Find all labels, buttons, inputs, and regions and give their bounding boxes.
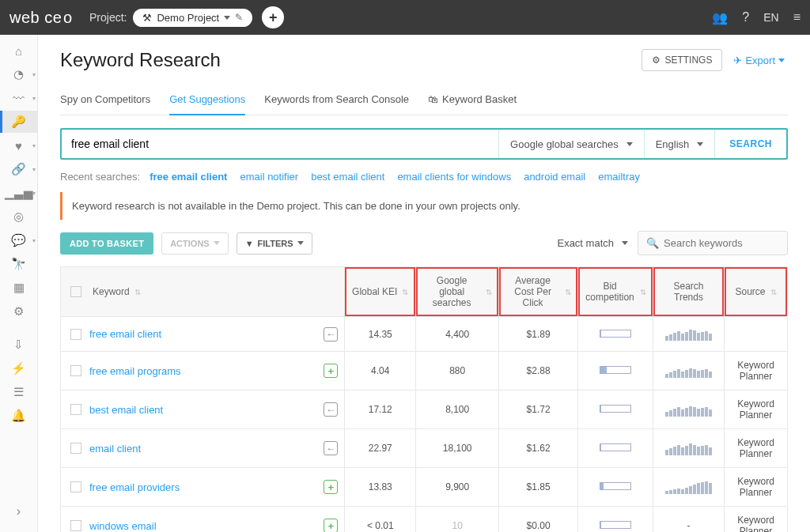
row-checkbox[interactable] [70, 443, 81, 454]
sidebar-local[interactable]: ◎ [0, 206, 37, 228]
row-action-icon[interactable]: + [324, 519, 338, 532]
cell-source [725, 317, 788, 352]
edit-icon[interactable]: ✎ [235, 12, 243, 23]
row-action-icon[interactable]: + [324, 364, 338, 378]
col-searches[interactable]: Google global searches⇅ [416, 267, 499, 317]
cell-cpc: $0.00 [499, 507, 578, 533]
tab-spy[interactable]: Spy on Competitors [60, 93, 150, 115]
col-trends[interactable]: Search Trends [653, 267, 725, 317]
col-source[interactable]: Source⇅ [725, 267, 788, 317]
keyword-filter-input[interactable] [664, 237, 797, 249]
export-button[interactable]: ✈Export [730, 49, 788, 71]
cell-bid [578, 352, 653, 391]
col-bid[interactable]: Bid competition⇅ [578, 267, 653, 317]
table-row: free email client←14.354,400$1.89 [61, 317, 788, 352]
keyword-link[interactable]: free email providers [89, 481, 180, 493]
menu-icon[interactable]: ≡ [793, 10, 801, 25]
col-cpc[interactable]: Average Cost Per Click⇅ [499, 267, 578, 317]
recent-search-link[interactable]: free email client [150, 171, 227, 183]
cell-searches: 18,100 [416, 429, 499, 468]
filters-button[interactable]: ▼FILTERS [237, 232, 312, 255]
keyword-link[interactable]: windows email [89, 520, 157, 532]
row-action-icon[interactable]: + [324, 480, 338, 494]
tabs: Spy on Competitors Get Suggestions Keywo… [60, 93, 788, 115]
sidebar-keywords[interactable]: 🔑 [0, 111, 37, 133]
add-to-basket-button[interactable]: ADD TO BASKET [60, 232, 153, 255]
sparkline [665, 362, 712, 378]
cell-cpc: $1.72 [499, 391, 578, 429]
actions-button[interactable]: ACTIONS [161, 232, 229, 255]
sidebar-bolt[interactable]: ⚡ [0, 357, 37, 379]
sidebar-settings[interactable]: ⚙ [0, 300, 37, 323]
share-icon: ⚒ [142, 12, 152, 24]
cell-searches: 8,100 [416, 391, 499, 429]
gear-icon: ⚙ [652, 55, 660, 66]
cell-kei: 13.83 [345, 468, 416, 507]
cell-trends [653, 468, 725, 507]
chevron-down-icon [697, 142, 703, 146]
project-selector[interactable]: ⚒ Demo Project ✎ [133, 9, 252, 27]
col-kei[interactable]: Global KEI⇅ [345, 267, 416, 317]
row-action-icon[interactable]: ← [324, 402, 338, 417]
cell-searches: 10 [416, 507, 499, 533]
row-checkbox[interactable] [70, 520, 81, 531]
search-bar: Google global searches English SEARCH [60, 128, 788, 160]
sidebar-rankings[interactable]: 〰▾ [0, 87, 37, 109]
recent-search-link[interactable]: email notifier [240, 171, 298, 183]
tab-suggestions[interactable]: Get Suggestions [169, 93, 245, 115]
sidebar-analytics[interactable]: ▁▃▅▾ [0, 182, 37, 204]
cell-bid [578, 468, 653, 507]
topbar: web ceo Project: ⚒ Demo Project ✎ + 👥 ? … [0, 0, 810, 35]
search-lang-select[interactable]: English [645, 130, 715, 158]
cell-cpc: $1.62 [499, 429, 578, 468]
settings-button[interactable]: ⚙SETTINGS [642, 49, 722, 71]
recent-search-link[interactable]: android email [524, 171, 585, 183]
keyword-input[interactable] [62, 130, 498, 158]
sidebar-export[interactable]: ⇩ [0, 334, 37, 356]
cell-bid [578, 429, 653, 468]
row-action-icon[interactable]: ← [324, 327, 338, 341]
sidebar-social[interactable]: 💬▾ [0, 229, 37, 251]
add-project-button[interactable]: + [262, 6, 284, 28]
sidebar-calendar[interactable]: ▦ [0, 277, 37, 299]
keyword-link[interactable]: free email client [89, 328, 161, 340]
row-checkbox[interactable] [70, 365, 81, 376]
table-row: best email client←17.128,100$1.72Keyword… [61, 391, 788, 429]
search-scope-select[interactable]: Google global searches [499, 130, 644, 158]
sidebar-competitors[interactable]: 🔭 [0, 253, 37, 275]
sparkline [665, 325, 712, 341]
sort-icon: ⇅ [565, 288, 571, 296]
sidebar-alerts[interactable]: 🔔 [0, 405, 37, 427]
tab-basket[interactable]: 🛍Keyword Basket [428, 93, 517, 115]
keyword-link[interactable]: free email programs [89, 365, 181, 377]
row-checkbox[interactable] [70, 481, 81, 492]
sidebar-expand[interactable]: › [0, 500, 37, 523]
tab-console[interactable]: Keywords from Search Console [264, 93, 409, 115]
keyword-link[interactable]: best email client [89, 404, 163, 416]
recent-search-link[interactable]: email clients for windows [397, 171, 511, 183]
sort-icon: ⇅ [770, 288, 777, 296]
sidebar-health[interactable]: ♥▾ [0, 134, 37, 157]
filter-icon: ▼ [245, 239, 254, 248]
chevron-down-icon [622, 241, 628, 245]
row-action-icon[interactable]: ← [324, 441, 338, 455]
keyword-link[interactable]: email client [89, 443, 141, 455]
users-icon[interactable]: 👥 [712, 10, 728, 25]
search-button[interactable]: SEARCH [715, 130, 786, 158]
main-content: Keyword Research ⚙SETTINGS ✈Export Spy o… [38, 35, 810, 532]
match-type-select[interactable]: Exact match [557, 237, 628, 249]
help-icon[interactable]: ? [742, 10, 749, 25]
sidebar-links[interactable]: 🔗▾ [0, 158, 37, 180]
sidebar-dashboard[interactable]: ◔▾ [0, 63, 37, 85]
row-checkbox[interactable] [70, 404, 81, 415]
col-keyword[interactable]: Keyword⇅ [61, 267, 345, 317]
language-selector[interactable]: EN [763, 11, 778, 24]
warning-banner: Keyword research is not available in the… [60, 192, 788, 220]
select-all-checkbox[interactable] [70, 286, 81, 297]
recent-search-link[interactable]: best email client [311, 171, 384, 183]
recent-search-link[interactable]: emailtray [598, 171, 640, 183]
row-checkbox[interactable] [70, 329, 81, 340]
sparkline [665, 401, 712, 417]
sidebar-list[interactable]: ☰ [0, 381, 37, 403]
sidebar-home[interactable]: ⌂ [0, 40, 37, 62]
